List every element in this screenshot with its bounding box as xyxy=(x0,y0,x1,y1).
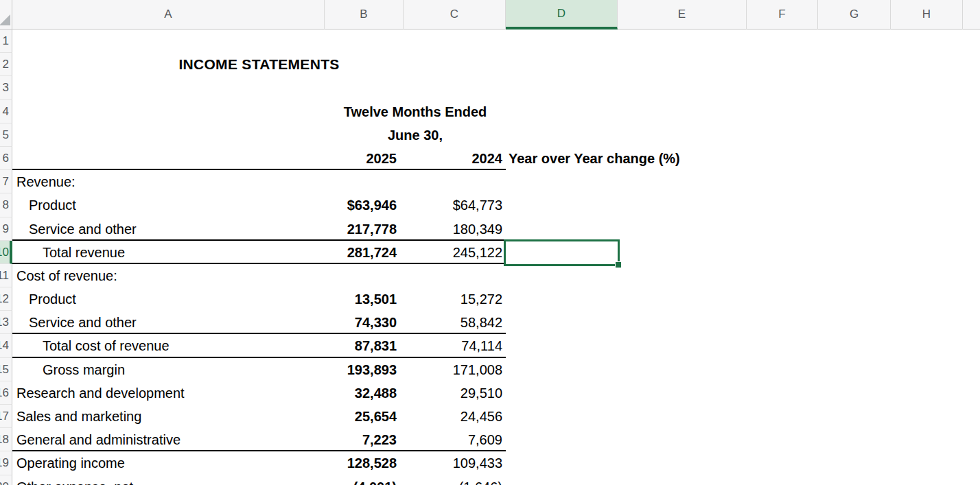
cell-B16[interactable]: 32,488 xyxy=(325,381,404,405)
row-2-cells-a-to-c[interactable] xyxy=(12,53,506,76)
cell-A14[interactable]: Total cost of revenue xyxy=(12,334,170,356)
row-header-13[interactable]: 13 xyxy=(0,311,12,334)
cell-C8[interactable]: $64,773 xyxy=(404,193,506,217)
column-header-E[interactable]: E xyxy=(618,0,747,29)
row-13-cells-a-to-c[interactable]: Service and other74,33058,842 xyxy=(12,311,506,334)
cell-B19[interactable]: 128,528 xyxy=(325,451,404,475)
row-19-cells-a-to-c[interactable]: Operating income128,528109,433 xyxy=(12,451,506,475)
row-header-10[interactable]: 10 xyxy=(0,241,12,264)
cell-C14[interactable]: 74,114 xyxy=(404,334,506,356)
cell-A13[interactable]: Service and other xyxy=(12,311,137,333)
row-header-6[interactable]: 6 xyxy=(0,147,12,170)
sheet-row-7: Revenue: xyxy=(12,170,980,193)
cell-C18[interactable]: 7,609 xyxy=(404,428,506,450)
selection-box[interactable] xyxy=(504,239,620,266)
cell-A15[interactable]: Gross margin xyxy=(12,358,125,381)
row-header-8[interactable]: 8 xyxy=(0,193,12,217)
cell-B17[interactable]: 25,654 xyxy=(325,405,404,428)
row-header-4[interactable]: 4 xyxy=(0,100,12,123)
column-header-cropped[interactable] xyxy=(963,0,980,29)
cell-A19[interactable]: Operating income xyxy=(12,451,125,475)
cell-A18[interactable]: General and administrative xyxy=(12,428,180,450)
cell-B9[interactable]: 217,778 xyxy=(325,217,404,239)
row-header-5[interactable]: 5 xyxy=(0,123,12,147)
row-3-cells-a-to-c[interactable] xyxy=(12,76,506,99)
cell-A12[interactable]: Product xyxy=(12,287,76,311)
row-header-11[interactable]: 11 xyxy=(0,264,12,287)
row-10-cells-a-to-c[interactable]: Total revenue281,724245,122 xyxy=(12,241,506,264)
row-header-14[interactable]: 14 xyxy=(0,334,12,357)
row-20-cells-a-to-c[interactable]: Other expense, net(4,001)(1,646) xyxy=(12,475,506,485)
row-header-19[interactable]: 19 xyxy=(0,451,12,475)
row-15-cells-a-to-c[interactable]: Gross margin193,893171,008 xyxy=(12,358,506,381)
cell-B10[interactable]: 281,724 xyxy=(325,241,404,263)
cell-B18[interactable]: 7,223 xyxy=(325,428,404,450)
cell-B12[interactable]: 13,501 xyxy=(325,287,404,311)
cell-A16[interactable]: Research and development xyxy=(12,381,185,405)
cell-C17[interactable]: 24,456 xyxy=(404,405,506,428)
column-header-G[interactable]: G xyxy=(818,0,891,29)
row-header-18[interactable]: 18 xyxy=(0,428,12,451)
column-header-C[interactable]: C xyxy=(404,0,506,29)
sheet-row-4 xyxy=(12,100,980,123)
row-8-cells-a-to-c[interactable]: Product$63,946$64,773 xyxy=(12,193,506,217)
row-18-cells-a-to-c[interactable]: General and administrative7,2237,609 xyxy=(12,428,506,451)
row-header-16[interactable]: 16 xyxy=(0,381,12,405)
row-12-cells-a-to-c[interactable]: Product13,50115,272 xyxy=(12,287,506,311)
row-header-9[interactable]: 9 xyxy=(0,217,12,241)
row-header-1[interactable]: 1 xyxy=(0,29,12,53)
row-4-cells-a-to-c[interactable] xyxy=(12,100,506,123)
row-header-2[interactable]: 2 xyxy=(0,53,12,76)
column-header-B[interactable]: B xyxy=(325,0,404,29)
cell-C19[interactable]: 109,433 xyxy=(404,451,506,475)
cell-C16[interactable]: 29,510 xyxy=(404,381,506,405)
row-11-cells-a-to-c[interactable]: Cost of revenue: xyxy=(12,264,506,287)
cell-C13[interactable]: 58,842 xyxy=(404,311,506,333)
row-header-3[interactable]: 3 xyxy=(0,76,12,99)
cell-C15[interactable]: 171,008 xyxy=(404,358,506,381)
cell-C10[interactable]: 245,122 xyxy=(404,241,506,263)
row-header-17[interactable]: 17 xyxy=(0,405,12,428)
row-7-cells-a-to-c[interactable]: Revenue: xyxy=(12,170,506,193)
cell-B20[interactable]: (4,001) xyxy=(325,475,404,485)
column-header-D[interactable]: D xyxy=(506,0,618,29)
select-all-button[interactable] xyxy=(0,0,12,29)
sheet-row-19: Operating income128,528109,433 xyxy=(12,451,980,475)
row-6-cells-a-to-c[interactable] xyxy=(12,147,506,170)
sheet-row-20: Other expense, net(4,001)(1,646) xyxy=(12,475,980,485)
row-header-15[interactable]: 15 xyxy=(0,358,12,381)
cell-A9[interactable]: Service and other xyxy=(12,217,137,239)
cell-B8[interactable]: $63,946 xyxy=(325,193,404,217)
cell-C20[interactable]: (1,646) xyxy=(404,475,506,485)
sheet-row-5 xyxy=(12,123,980,147)
sheet-row-8: Product$63,946$64,773 xyxy=(12,193,980,217)
row-headers: 1234567891011121314151617181920 xyxy=(0,29,12,485)
row-header-12[interactable]: 12 xyxy=(0,287,12,311)
cell-A11[interactable]: Cost of revenue: xyxy=(12,264,117,287)
column-header-A[interactable]: A xyxy=(12,0,325,29)
cell-B13[interactable]: 74,330 xyxy=(325,311,404,333)
row-header-20[interactable]: 20 xyxy=(0,475,12,485)
cell-B14[interactable]: 87,831 xyxy=(325,334,404,356)
row-17-cells-a-to-c[interactable]: Sales and marketing25,65424,456 xyxy=(12,405,506,428)
cell-A7[interactable]: Revenue: xyxy=(12,170,75,193)
row-1-cells-a-to-c[interactable] xyxy=(12,29,506,53)
cell-A10[interactable]: Total revenue xyxy=(12,241,125,263)
fill-handle[interactable] xyxy=(615,261,622,268)
row-5-cells-a-to-c[interactable] xyxy=(12,123,506,147)
cell-B15[interactable]: 193,893 xyxy=(325,358,404,381)
sheet-row-12: Product13,50115,272 xyxy=(12,287,980,311)
column-header-F[interactable]: F xyxy=(747,0,818,29)
cell-C9[interactable]: 180,349 xyxy=(404,217,506,239)
row-9-cells-a-to-c[interactable]: Service and other217,778180,349 xyxy=(12,217,506,241)
row-16-cells-a-to-c[interactable]: Research and development32,48829,510 xyxy=(12,381,506,405)
cell-A17[interactable]: Sales and marketing xyxy=(12,405,141,428)
column-header-H[interactable]: H xyxy=(891,0,963,29)
sheet-body: INCOME STATEMENTS Twelve Months Ended Ju… xyxy=(12,29,980,485)
cell-C12[interactable]: 15,272 xyxy=(404,287,506,311)
sheet-row-18: General and administrative7,2237,609 xyxy=(12,428,980,451)
cell-A20[interactable]: Other expense, net xyxy=(12,475,133,485)
row-header-7[interactable]: 7 xyxy=(0,170,12,193)
cell-A8[interactable]: Product xyxy=(12,193,76,217)
row-14-cells-a-to-c[interactable]: Total cost of revenue87,83174,114 xyxy=(12,334,506,357)
